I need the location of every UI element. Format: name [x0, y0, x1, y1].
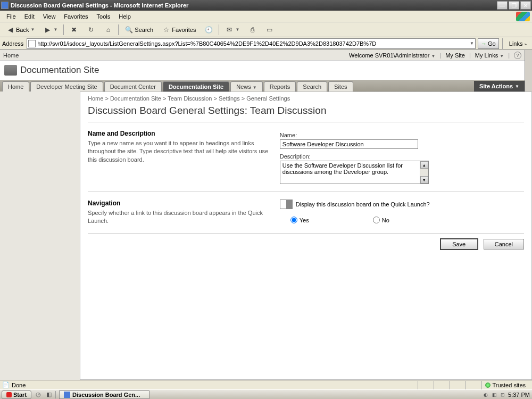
menu-file[interactable]: File — [2, 12, 20, 21]
status-cell — [450, 381, 466, 389]
forward-button[interactable]: ▶ ▼ — [39, 24, 61, 36]
name-label: Name: — [280, 132, 524, 138]
menu-help[interactable]: Help — [114, 12, 135, 21]
my-site-link[interactable]: My Site — [445, 52, 465, 59]
save-button[interactable]: Save — [440, 239, 478, 250]
clock: 5:37 PM — [508, 392, 530, 398]
start-button[interactable]: Start — [2, 390, 31, 399]
back-button[interactable]: ◀ Back ▼ — [2, 24, 38, 36]
address-label: Address — [2, 40, 23, 47]
radio-yes[interactable]: Yes — [290, 217, 309, 223]
address-input-wrap[interactable]: ▼ — [27, 38, 475, 49]
tab-documentation-site[interactable]: Documentation Site — [163, 81, 229, 92]
separator — [63, 24, 64, 35]
print-button[interactable]: ⎙ — [244, 24, 260, 36]
separator — [118, 24, 119, 35]
quick-launch-icon — [280, 200, 293, 209]
history-icon: 🕘 — [204, 26, 213, 34]
status-cell — [434, 381, 450, 389]
links-button[interactable]: Links » — [506, 40, 530, 47]
taskbar-task-ie[interactable]: Discussion Board Gen... — [59, 390, 149, 399]
go-button[interactable]: → Go — [478, 38, 499, 49]
edit-button[interactable]: ▭ — [261, 24, 277, 36]
menu-favorites[interactable]: Favorites — [60, 12, 92, 21]
window-titlebar: Discussion Board General Settings - Micr… — [0, 0, 532, 11]
home-button[interactable]: ⌂ — [100, 24, 116, 36]
section-name-description: Name and Description Type a new name as … — [88, 126, 524, 188]
menu-tools[interactable]: Tools — [93, 12, 115, 21]
tab-reports[interactable]: Reports — [264, 81, 296, 92]
scroll-up-icon[interactable]: ▲ — [420, 161, 428, 169]
radio-no[interactable]: No — [373, 217, 389, 223]
security-zone: Trusted sites — [481, 381, 529, 389]
cancel-button[interactable]: Cancel — [484, 239, 524, 250]
refresh-button[interactable]: ↻ — [83, 24, 99, 36]
description-textarea[interactable]: Use the Software Developer Discussion li… — [280, 161, 420, 184]
navigation-help: Specify whether a link to this discussio… — [88, 209, 269, 226]
welcome-text[interactable]: Welcome SVR01\Administrator ▼ — [349, 52, 435, 59]
tab-developer-meeting[interactable]: Developer Meeting Site — [30, 81, 103, 92]
menu-view[interactable]: View — [39, 12, 60, 21]
tab-sites[interactable]: Sites — [328, 81, 353, 92]
maximize-button[interactable]: ❐ — [509, 1, 519, 10]
favorites-button[interactable]: ☆ Favorites — [158, 24, 200, 36]
tray-icon[interactable]: ⊡ — [500, 392, 506, 398]
print-icon: ⎙ — [248, 26, 256, 34]
site-title: Documentation Site — [20, 65, 99, 76]
tab-search[interactable]: Search — [297, 81, 327, 92]
minimize-button[interactable]: — — [497, 1, 508, 10]
site-actions-menu[interactable]: Site Actions▼ — [474, 81, 525, 92]
site-tabs: Home Developer Meeting Site Document Cen… — [0, 80, 525, 92]
scroll-down-icon[interactable]: ▼ — [420, 176, 428, 184]
address-input[interactable] — [37, 40, 470, 47]
trusted-sites-icon — [485, 383, 491, 388]
go-icon: → — [481, 40, 487, 47]
help-icon[interactable]: ? — [514, 52, 521, 59]
browser-toolbar: ◀ Back ▼ ▶ ▼ ✖ ↻ ⌂ 🔍 Search ☆ Favorites … — [0, 22, 532, 37]
separator — [219, 24, 219, 35]
search-button[interactable]: 🔍 Search — [121, 24, 157, 36]
status-cell — [466, 381, 481, 389]
breadcrumb-team-discussion[interactable]: Team Discussion — [168, 95, 212, 102]
breadcrumb-home[interactable]: Home — [88, 95, 103, 102]
window-title: Discussion Board General Settings - Micr… — [11, 2, 496, 9]
start-icon — [6, 392, 12, 397]
textarea-scrollbar[interactable]: ▲ ▼ — [420, 161, 428, 184]
stop-button[interactable]: ✖ — [66, 24, 82, 36]
breadcrumb-doc-site[interactable]: Documentation Site — [110, 95, 161, 102]
breadcrumb-current: General Settings — [246, 95, 290, 102]
favorites-label: Favorites — [172, 27, 196, 33]
tab-document-center[interactable]: Document Center — [104, 81, 162, 92]
back-icon: ◀ — [6, 26, 14, 34]
close-button[interactable]: ✕ — [520, 1, 531, 10]
quick-launch-ie-icon[interactable]: ◷ — [34, 391, 43, 398]
history-button[interactable]: 🕘 — [201, 24, 217, 36]
tray-icon[interactable]: ◧ — [491, 392, 497, 398]
breadcrumb: Home > Documentation Site > Team Discuss… — [88, 95, 524, 102]
system-tray: ◐ ◧ ⊡ 5:37 PM — [483, 392, 530, 398]
menu-edit[interactable]: Edit — [20, 12, 39, 21]
tray-icon[interactable]: ◐ — [483, 392, 489, 398]
search-icon: 🔍 — [124, 26, 133, 34]
tab-news[interactable]: News ▼ — [230, 81, 263, 92]
chevron-down-icon[interactable]: ▼ — [470, 41, 474, 46]
breadcrumb-settings[interactable]: Settings — [219, 95, 240, 102]
description-label: Description: — [280, 153, 524, 160]
stop-icon: ✖ — [70, 26, 78, 34]
chevron-down-icon: ▼ — [235, 27, 239, 32]
status-cell — [418, 381, 434, 389]
tab-home[interactable]: Home — [2, 81, 29, 92]
address-bar: Address ▼ → Go Links » — [0, 37, 532, 50]
global-home-link[interactable]: Home — [3, 52, 19, 59]
menu-bar: File Edit View Favorites Tools Help — [0, 11, 532, 22]
status-text: Done — [12, 382, 26, 388]
my-links-dropdown[interactable]: My Links ▼ — [475, 52, 504, 59]
windows-taskbar: Start ◷ ◧ Discussion Board Gen... ◐ ◧ ⊡ … — [0, 389, 532, 399]
quick-launch-desktop-icon[interactable]: ◧ — [45, 391, 53, 398]
mail-button[interactable]: ✉▼ — [221, 24, 243, 36]
name-input[interactable] — [280, 139, 418, 149]
home-icon: ⌂ — [104, 26, 112, 34]
radio-no-input[interactable] — [373, 217, 380, 223]
radio-yes-input[interactable] — [290, 217, 297, 223]
chevron-down-icon: ▼ — [53, 27, 57, 32]
